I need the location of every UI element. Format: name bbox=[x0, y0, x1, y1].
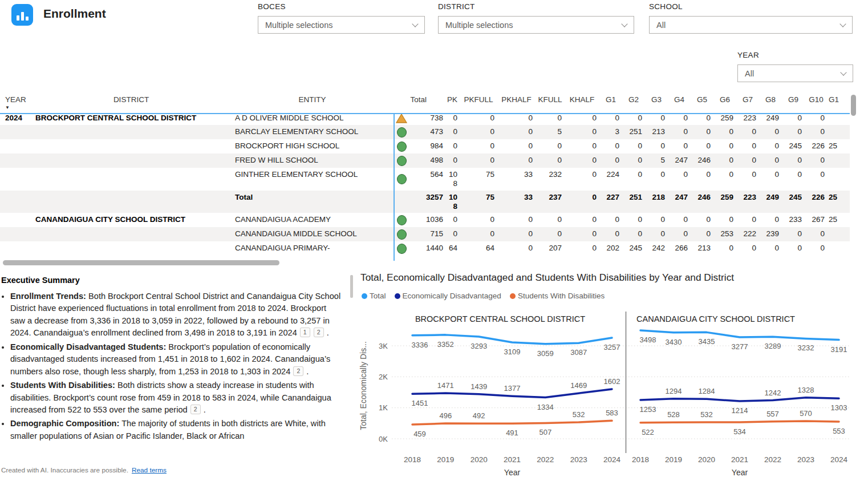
column-header-kfull[interactable]: KFULL bbox=[536, 94, 565, 111]
table-cell: 0 bbox=[445, 213, 460, 227]
series-line-students-with-disabilities[interactable] bbox=[640, 421, 839, 423]
district-dropdown[interactable]: Multiple selections bbox=[438, 16, 634, 34]
table-row[interactable]: CANANDAIGUA CITY SCHOOL DISTRICTCANANDAI… bbox=[0, 213, 850, 227]
column-header-g4[interactable]: G4 bbox=[668, 94, 691, 111]
column-header-g2[interactable]: G2 bbox=[622, 94, 645, 111]
table-cell: 0 bbox=[736, 125, 759, 139]
table-cell: CANANDAIGUA CITY SCHOOL DISTRICT bbox=[31, 213, 231, 227]
x-axis-tick: 2023 bbox=[570, 455, 587, 464]
table-cell: 0 bbox=[782, 227, 805, 241]
legend-item[interactable]: Total bbox=[362, 292, 386, 300]
table-cell: 0 bbox=[445, 227, 460, 241]
table-cell bbox=[31, 191, 231, 213]
column-header-g7[interactable]: G7 bbox=[736, 94, 759, 111]
boces-dropdown[interactable]: Multiple selections bbox=[258, 16, 425, 34]
table-cell bbox=[31, 241, 231, 256]
legend-item[interactable]: Students With Disabilities bbox=[510, 292, 605, 300]
enrollment-trend-chart: Total, Economically Disadvantaged and St… bbox=[349, 269, 868, 481]
column-header-entity[interactable]: ENTITY bbox=[231, 94, 394, 111]
x-axis-label: Year bbox=[504, 468, 521, 477]
data-label: 1214 bbox=[732, 406, 748, 415]
table-cell: 0 bbox=[565, 191, 599, 213]
school-dropdown[interactable]: All bbox=[649, 16, 853, 34]
series-line-students-with-disabilities[interactable] bbox=[412, 421, 612, 425]
data-label: 3087 bbox=[570, 348, 587, 357]
enrollment-table: YEAR▼DISTRICTENTITYTotalPKPKFULLPKHALFKF… bbox=[0, 94, 850, 261]
green-circle-icon bbox=[394, 125, 409, 139]
column-header-g1[interactable]: G1 bbox=[828, 94, 842, 111]
no-icon bbox=[394, 191, 409, 213]
table-cell: 0 bbox=[622, 168, 645, 190]
table-cell: 251 bbox=[622, 125, 645, 139]
citation-chip[interactable]: 2 bbox=[190, 405, 201, 414]
data-label: 528 bbox=[667, 410, 680, 419]
data-label: 1284 bbox=[699, 387, 715, 395]
table-row[interactable]: BROCKPORT HIGH SCHOOL9840000000000000245… bbox=[0, 139, 850, 153]
table-cell: 0 bbox=[497, 227, 536, 241]
column-header-g3[interactable]: G3 bbox=[645, 94, 668, 111]
citation-chip[interactable]: 1 bbox=[300, 328, 310, 337]
column-header-g1[interactable]: G1 bbox=[599, 94, 622, 111]
table-cell: 33 bbox=[497, 168, 536, 190]
column-header-g10[interactable]: G10 bbox=[805, 94, 828, 111]
data-label: 3109 bbox=[504, 347, 521, 356]
table-cell: CANANDAIGUA PRIMARY- bbox=[231, 241, 394, 256]
column-header-district[interactable]: DISTRICT bbox=[31, 94, 231, 111]
table-cell bbox=[828, 168, 842, 190]
table-cell: 108 bbox=[445, 168, 460, 190]
table-cell: 239 bbox=[759, 227, 782, 241]
table-cell: 0 bbox=[691, 227, 713, 241]
table-cell: 213 bbox=[691, 241, 713, 256]
data-label: 532 bbox=[573, 410, 585, 419]
column-header-pkfull[interactable]: PKFULL bbox=[460, 94, 497, 111]
table-cell bbox=[0, 153, 31, 168]
table-cell bbox=[31, 139, 231, 153]
citation-chip[interactable]: 2 bbox=[314, 328, 324, 337]
read-terms-link[interactable]: Read terms bbox=[132, 466, 167, 474]
table-row[interactable]: Total32571087533237022725121824724625922… bbox=[0, 191, 850, 213]
district-dropdown-value: Multiple selections bbox=[445, 21, 513, 30]
column-header-g5[interactable]: G5 bbox=[691, 94, 713, 111]
citation-chip[interactable]: 2 bbox=[293, 366, 303, 376]
column-header-total[interactable]: Total bbox=[409, 94, 445, 111]
table-row[interactable]: CANANDAIGUA MIDDLE SCHOOL715000000000025… bbox=[0, 227, 850, 241]
table-cell: 0 bbox=[736, 139, 759, 153]
column-header-pkhalf[interactable]: PKHALF bbox=[497, 94, 536, 111]
table-row[interactable]: BARCLAY ELEMENTARY SCHOOL473000503251213… bbox=[0, 125, 850, 139]
data-label: 3289 bbox=[765, 342, 781, 350]
data-label: 3232 bbox=[798, 343, 814, 352]
year-dropdown[interactable]: All bbox=[737, 64, 853, 82]
column-header-g9[interactable]: G9 bbox=[782, 94, 805, 111]
column-header-year[interactable]: YEAR▼ bbox=[0, 94, 31, 111]
table-horizontal-scrollbar[interactable] bbox=[3, 260, 279, 265]
filter-school-label: SCHOOL bbox=[649, 2, 853, 11]
column-header-g6[interactable]: G6 bbox=[713, 94, 736, 111]
y-axis-label: Total, Economically Dis... bbox=[359, 341, 368, 430]
table-row[interactable]: CANANDAIGUA PRIMARY-14406464020702022452… bbox=[0, 241, 850, 256]
table-cell: 108 bbox=[445, 191, 460, 213]
filter-year: YEAR All bbox=[737, 51, 853, 82]
table-row[interactable]: FRED W HILL SCHOOL4980000000524724600000 bbox=[0, 153, 850, 168]
data-label: 459 bbox=[413, 430, 426, 438]
legend-item[interactable]: Economically Disadvantaged bbox=[395, 292, 501, 300]
summary-bullet: Economically Disadvantaged Students: Bro… bbox=[10, 341, 343, 378]
legend-dot bbox=[362, 293, 367, 299]
chevron-down-icon bbox=[839, 21, 846, 27]
series-line-econ-disadvantaged[interactable] bbox=[640, 398, 839, 401]
x-axis-tick: 2021 bbox=[731, 455, 748, 464]
table-vertical-scrollbar[interactable] bbox=[851, 95, 856, 116]
table-cell: 0 bbox=[782, 153, 805, 168]
table-cell: 0 bbox=[782, 125, 805, 139]
y-axis-tick: 2K bbox=[379, 373, 388, 381]
green-circle-icon bbox=[394, 241, 409, 256]
table-cell: BROCKPORT HIGH SCHOOL bbox=[231, 139, 394, 153]
chart-scroll-indicator[interactable] bbox=[350, 275, 353, 298]
table-cell: 3 bbox=[599, 125, 622, 139]
table-row[interactable]: GINTHER ELEMENTARY SCHOOL564108753323202… bbox=[0, 168, 850, 190]
column-header-pk[interactable]: PK bbox=[445, 94, 460, 111]
table-header-row: YEAR▼DISTRICTENTITYTotalPKPKFULLPKHALFKF… bbox=[0, 94, 850, 111]
filter-district-label: DISTRICT bbox=[438, 2, 634, 11]
panel-title: BROCKPORT CENTRAL SCHOOL DISTRICT bbox=[415, 314, 585, 324]
column-header-khalf[interactable]: KHALF bbox=[565, 94, 599, 111]
column-header-g8[interactable]: G8 bbox=[759, 94, 782, 111]
